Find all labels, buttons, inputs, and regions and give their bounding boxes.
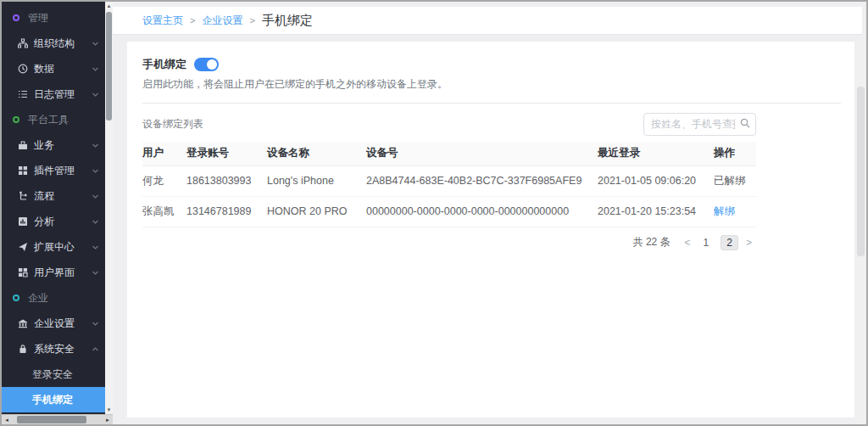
sidebar-item-流程[interactable]: 流程	[2, 183, 105, 209]
sidebar-item-业务[interactable]: 业务	[2, 132, 105, 158]
sidebar-item-组织结构[interactable]: 组织结构	[2, 31, 105, 56]
column-header: 最近登录	[598, 142, 714, 165]
section-divider	[142, 103, 841, 104]
briefcase-icon	[18, 140, 28, 150]
sidebar-item-分析[interactable]: 分析	[2, 209, 105, 234]
scroll-down-icon[interactable]: ▼	[105, 406, 113, 414]
phone-binding-toggle[interactable]	[194, 58, 219, 71]
table-row: 张高凯13146781989HONOR 20 PRO00000000-0000-…	[142, 196, 756, 227]
sidebar-section-管理[interactable]: 管理	[2, 5, 105, 31]
chevron-down-icon	[92, 91, 99, 98]
table-cell: 2021-01-20 15:23:54	[598, 196, 714, 227]
next-page-icon[interactable]: >	[746, 237, 752, 249]
plugin-grid-icon	[18, 165, 28, 176]
phone-binding-description: 启用此功能，将会阻止用户在已绑定的手机之外的移动设备上登录。	[142, 77, 841, 92]
chevron-down-icon	[92, 244, 99, 251]
column-header: 设备号	[366, 142, 598, 165]
column-header: 登录账号	[186, 142, 267, 165]
chevron-down-icon	[92, 167, 99, 175]
chevron-down-icon	[92, 269, 99, 277]
sidebar-item-扩展中心[interactable]: 扩展中心	[2, 234, 105, 260]
device-list-title: 设备绑定列表	[142, 117, 203, 132]
sidebar-subitem-登录安全[interactable]: 登录安全	[2, 362, 105, 387]
sidebar-item-用户界面[interactable]: 用户界面	[2, 260, 105, 285]
unbind-link[interactable]: 解绑	[714, 205, 735, 217]
chevron-down-icon	[92, 40, 99, 48]
toggle-knob	[207, 59, 217, 70]
pagination-total: 共 22 条	[633, 235, 670, 249]
scroll-left-icon[interactable]: ◄	[2, 415, 12, 424]
scroll-right-icon[interactable]: ►	[103, 415, 113, 424]
circle-outline-icon	[13, 14, 19, 21]
table-cell: 何龙	[142, 165, 186, 196]
breadcrumb-separator: >	[249, 15, 254, 25]
pagination: 共 22 条<12>	[142, 235, 756, 250]
sidebar-item-插件管理[interactable]: 插件管理	[2, 158, 105, 183]
column-header: 用户	[142, 142, 186, 165]
user-search	[643, 113, 756, 136]
org-tree-icon	[18, 38, 28, 48]
prev-page-icon[interactable]: <	[685, 237, 691, 249]
ui-grid-icon	[18, 267, 28, 277]
table-cell: 张高凯	[142, 196, 186, 227]
device-binding-table: 用户登录账号设备名称设备号最近登录操作 何龙18613803993Long's …	[142, 142, 756, 227]
page-2-button[interactable]: 2	[721, 235, 738, 250]
log-list-icon	[18, 89, 28, 99]
table-cell: 2021-01-05 09:06:20	[598, 165, 714, 196]
table-cell: 2A8B4744-683E-40B2-BC7C-337F6985AFE9	[366, 165, 598, 196]
page-1-button[interactable]: 1	[698, 236, 715, 249]
sidebar-item-企业设置[interactable]: 企业设置	[2, 311, 105, 336]
chevron-down-icon	[92, 65, 99, 73]
sidebar-hscroll-thumb[interactable]	[17, 416, 86, 423]
main-area: 设置主页 > 企业设置 > 手机绑定 手机绑定 启用此功能，将会阻止用户在已绑定…	[113, 2, 866, 424]
chart-icon	[18, 216, 28, 227]
sidebar-subitem-手机绑定[interactable]: 手机绑定	[2, 387, 105, 412]
search-icon[interactable]	[740, 118, 750, 128]
page-title: 手机绑定	[262, 13, 313, 29]
unbind-status: 已解绑	[714, 165, 756, 196]
table-cell: HONOR 20 PRO	[267, 196, 366, 227]
content-card: 手机绑定 启用此功能，将会阻止用户在已绑定的手机之外的移动设备上登录。 设备绑定…	[127, 42, 854, 418]
table-cell: 13146781989	[186, 196, 267, 227]
sidebar-menu: 管理组织结构数据日志管理平台工具业务插件管理流程分析扩展中心用户界面企业企业设置…	[2, 2, 105, 412]
sidebar-section-企业[interactable]: 企业	[2, 285, 105, 311]
app-window: 管理组织结构数据日志管理平台工具业务插件管理流程分析扩展中心用户界面企业企业设置…	[0, 0, 868, 426]
expand-center-icon	[18, 242, 28, 252]
circle-outline-icon	[13, 116, 19, 123]
clock-icon	[18, 64, 28, 74]
column-header: 设备名称	[267, 142, 366, 165]
sidebar-vscroll-thumb[interactable]	[106, 12, 112, 121]
table-cell: 18613803993	[186, 165, 267, 196]
sidebar-item-日志管理[interactable]: 日志管理	[2, 81, 105, 107]
sidebar: 管理组织结构数据日志管理平台工具业务插件管理流程分析扩展中心用户界面企业企业设置…	[2, 2, 113, 424]
phone-binding-label: 手机绑定	[142, 57, 186, 72]
building-icon	[18, 318, 28, 328]
circle-outline-icon	[13, 294, 19, 301]
chevron-down-icon	[92, 320, 99, 328]
chevron-down-icon	[92, 193, 99, 200]
breadcrumb-link-enterprise-settings[interactable]: 企业设置	[202, 14, 242, 28]
sidebar-item-数据[interactable]: 数据	[2, 56, 105, 81]
content-vertical-scrollbar[interactable]	[855, 40, 866, 424]
sidebar-horizontal-scrollbar[interactable]: ◄ ►	[2, 414, 113, 424]
chevron-down-icon	[92, 218, 99, 226]
breadcrumb: 设置主页 > 企业设置 > 手机绑定	[113, 7, 862, 35]
phone-binding-toggle-row: 手机绑定	[142, 57, 841, 72]
sidebar-item-系统安全[interactable]: 系统安全	[2, 336, 105, 362]
table-cell: Long's iPhone	[267, 165, 366, 196]
breadcrumb-separator: >	[190, 15, 195, 25]
device-binding-section: 设备绑定列表 用户登录账号设备名称设备号最近登录操作 何龙18613803993…	[142, 111, 756, 250]
lock-icon	[18, 344, 28, 354]
chevron-up-icon	[92, 345, 99, 353]
column-header: 操作	[714, 142, 756, 165]
table-row: 何龙18613803993Long's iPhone2A8B4744-683E-…	[142, 165, 756, 196]
sidebar-vertical-scrollbar[interactable]: ▲ ▼	[105, 2, 113, 414]
chevron-down-icon	[92, 142, 99, 149]
sidebar-section-平台工具[interactable]: 平台工具	[2, 107, 105, 132]
breadcrumb-link-settings-home[interactable]: 设置主页	[142, 14, 183, 28]
flow-icon	[18, 191, 28, 201]
table-cell: 00000000-0000-0000-0000-000000000000	[366, 196, 598, 227]
content-vscroll-thumb[interactable]	[857, 87, 865, 256]
scroll-up-icon[interactable]: ▲	[105, 2, 113, 10]
